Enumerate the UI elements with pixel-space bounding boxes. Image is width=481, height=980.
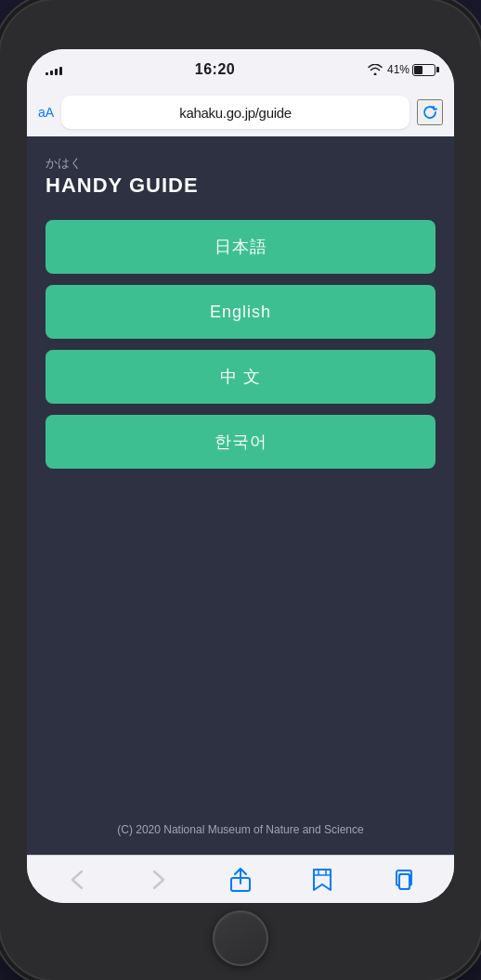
phone-frame: 16:20 41% aA kahaku.go.jp/guide bbox=[0, 0, 481, 980]
signal-bar-2 bbox=[50, 71, 53, 75]
svg-rect-2 bbox=[399, 874, 410, 889]
wifi-icon bbox=[368, 64, 383, 75]
tabs-button[interactable] bbox=[384, 859, 424, 900]
browser-toolbar bbox=[27, 855, 454, 903]
home-button[interactable] bbox=[213, 910, 268, 966]
status-time: 16:20 bbox=[195, 61, 235, 78]
battery-icon bbox=[412, 64, 436, 76]
battery-container: 41% bbox=[387, 63, 436, 76]
signal-bar-1 bbox=[46, 72, 48, 75]
footer-copyright: (C) 2020 National Museum of Nature and S… bbox=[46, 805, 436, 855]
english-button[interactable]: English bbox=[46, 285, 436, 339]
japanese-button[interactable]: 日本語 bbox=[46, 220, 436, 274]
battery-percent: 41% bbox=[387, 63, 410, 76]
url-text: kahaku.go.jp/guide bbox=[179, 105, 292, 121]
bookmarks-button[interactable] bbox=[302, 859, 343, 900]
address-bar[interactable]: kahaku.go.jp/guide bbox=[61, 96, 410, 129]
aa-button[interactable]: aA bbox=[38, 105, 54, 120]
signal-bars bbox=[46, 64, 62, 75]
web-content: かはく HANDY GUIDE 日本語 English 中 文 한국어 (C) … bbox=[27, 136, 454, 855]
status-left bbox=[46, 64, 62, 75]
signal-bar-4 bbox=[59, 67, 62, 75]
status-bar: 16:20 41% bbox=[27, 49, 454, 90]
page-subtitle: かはく bbox=[46, 155, 436, 172]
language-buttons-container: 日本語 English 中 文 한국어 bbox=[46, 220, 436, 469]
battery-fill bbox=[414, 66, 422, 74]
share-button[interactable] bbox=[220, 859, 261, 900]
korean-button[interactable]: 한국어 bbox=[46, 415, 436, 469]
back-button[interactable] bbox=[57, 859, 98, 900]
phone-screen: 16:20 41% aA kahaku.go.jp/guide bbox=[27, 49, 454, 903]
reload-button[interactable] bbox=[417, 99, 443, 125]
forward-button[interactable] bbox=[138, 859, 179, 900]
chinese-button[interactable]: 中 文 bbox=[46, 350, 436, 404]
page-title: HANDY GUIDE bbox=[46, 174, 436, 198]
page-header: かはく HANDY GUIDE bbox=[46, 155, 436, 198]
status-right: 41% bbox=[368, 63, 436, 76]
address-bar-container: aA kahaku.go.jp/guide bbox=[27, 90, 454, 136]
signal-bar-3 bbox=[55, 69, 58, 75]
